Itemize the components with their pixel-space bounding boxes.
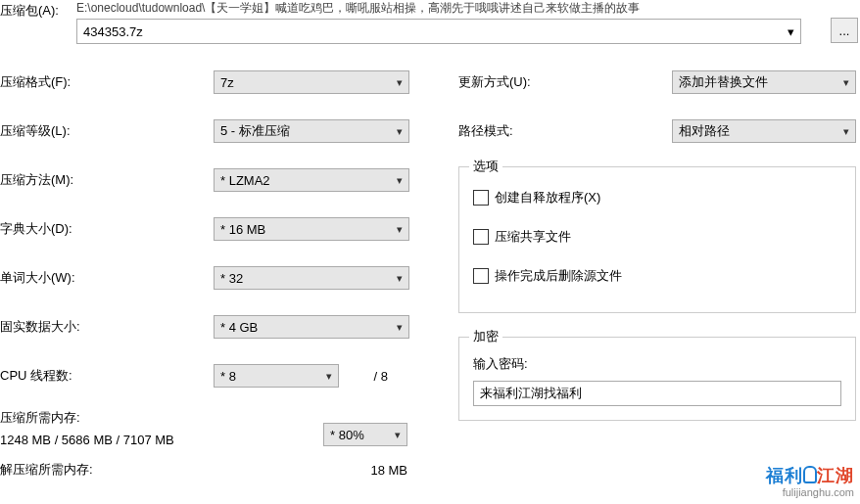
chevron-down-icon: ▾: [326, 370, 332, 383]
format-label: 压缩格式(F):: [0, 73, 214, 91]
dict-select[interactable]: * 16 MB ▾: [214, 217, 409, 241]
threads-max: / 8: [339, 369, 388, 384]
solid-label: 固实数据大小:: [0, 318, 214, 336]
encrypt-group: 加密 输入密码: 来福利江湖找福利: [458, 337, 856, 421]
sfx-label: 创建自释放程序(X): [495, 189, 600, 206]
browse-label: ...: [839, 23, 850, 38]
method-value: * LZMA2: [220, 173, 270, 188]
dict-value: * 16 MB: [220, 222, 265, 237]
mem-compress-label: 压缩所需内存:: [0, 409, 323, 427]
method-select[interactable]: * LZMA2 ▾: [214, 168, 409, 192]
delete-checkbox[interactable]: [473, 268, 489, 284]
update-value: 添加并替换文件: [679, 73, 768, 91]
mem-percent-value: * 80%: [330, 428, 364, 442]
password-input[interactable]: 来福利江湖找福利: [473, 381, 841, 406]
mem-decompress-label: 解压缩所需内存:: [0, 461, 323, 479]
word-select[interactable]: * 32 ▾: [214, 266, 409, 290]
mem-percent-select[interactable]: * 80% ▾: [323, 423, 407, 446]
browse-button[interactable]: ...: [831, 18, 858, 43]
chevron-down-icon: ▾: [788, 24, 794, 39]
encrypt-legend: 加密: [469, 328, 502, 345]
watermark-url: fulijianghu.com: [766, 486, 854, 498]
threads-select[interactable]: * 8 ▾: [214, 364, 339, 388]
word-value: * 32: [220, 271, 243, 286]
shared-label: 压缩共享文件: [495, 228, 571, 246]
level-label: 压缩等级(L):: [0, 122, 214, 140]
dict-label: 字典大小(D):: [0, 220, 214, 238]
threads-value: * 8: [220, 369, 236, 384]
update-label: 更新方式(U):: [458, 73, 672, 91]
shared-checkbox[interactable]: [473, 229, 489, 245]
sfx-checkbox[interactable]: [473, 190, 489, 206]
chevron-down-icon: ▾: [397, 125, 403, 138]
chevron-down-icon: ▾: [397, 321, 403, 334]
level-value: 5 - 标准压缩: [220, 122, 290, 140]
password-label: 输入密码:: [473, 355, 841, 373]
watermark: 福利江湖 fulijianghu.com: [766, 467, 854, 498]
pathmode-label: 路径模式:: [458, 122, 672, 140]
mem-compress-value: 1248 MB / 5686 MB / 7107 MB: [0, 433, 323, 447]
solid-value: * 4 GB: [220, 320, 258, 335]
method-label: 压缩方法(M):: [0, 171, 214, 189]
format-select[interactable]: 7z ▾: [214, 70, 409, 94]
archive-name-input[interactable]: 434353.7z ▾: [76, 19, 801, 44]
format-value: 7z: [220, 75, 234, 90]
delete-label: 操作完成后删除源文件: [495, 267, 622, 285]
update-select[interactable]: 添加并替换文件 ▾: [672, 70, 856, 94]
archive-name-value: 434353.7z: [83, 24, 143, 39]
mem-decompress-value: 18 MB: [323, 463, 407, 478]
pathmode-value: 相对路径: [679, 122, 730, 140]
solid-select[interactable]: * 4 GB ▾: [214, 315, 409, 339]
chevron-down-icon: ▾: [397, 272, 403, 285]
password-value: 来福利江湖找福利: [480, 385, 582, 402]
chevron-down-icon: ▾: [397, 76, 403, 89]
chevron-down-icon: ▾: [395, 429, 401, 441]
options-group: 选项 创建自释放程序(X) 压缩共享文件 操作完成后删除源文件: [458, 166, 856, 313]
threads-label: CPU 线程数:: [0, 367, 214, 385]
chevron-down-icon: ▾: [843, 76, 849, 89]
archive-label: 压缩包(A):: [0, 0, 76, 20]
word-label: 单词大小(W):: [0, 269, 214, 287]
chevron-down-icon: ▾: [397, 174, 403, 187]
chevron-down-icon: ▾: [843, 125, 849, 138]
options-legend: 选项: [469, 158, 502, 175]
pathmode-select[interactable]: 相对路径 ▾: [672, 119, 856, 143]
archive-path-truncated: E:\onecloud\tudownload\【天一学姐】喊道吃鸡巴，嘶吼服站相…: [76, 0, 821, 17]
chevron-down-icon: ▾: [397, 223, 403, 236]
level-select[interactable]: 5 - 标准压缩 ▾: [214, 119, 409, 143]
